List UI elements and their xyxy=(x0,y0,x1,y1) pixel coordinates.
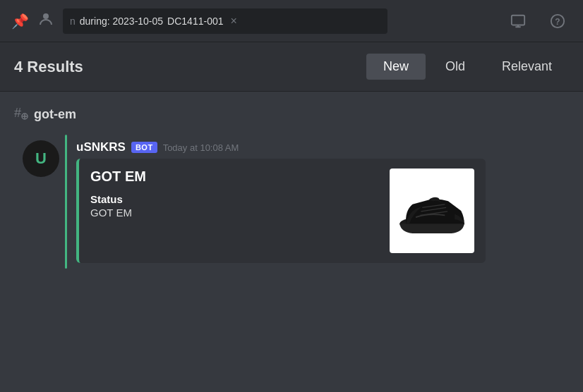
sort-tab-relevant[interactable]: Relevant xyxy=(485,54,569,80)
svg-text:#: # xyxy=(14,106,21,120)
embed-field-name: Status xyxy=(90,193,378,205)
search-prefix: n xyxy=(70,16,76,27)
results-bar: 4 Results New Old Relevant xyxy=(0,42,583,92)
bot-badge: BOT xyxy=(131,142,157,153)
results-count: 4 Results xyxy=(14,58,366,76)
top-bar: 📌 n during: 2023-10-05 DC1411-001 × ? xyxy=(0,0,583,42)
svg-point-0 xyxy=(43,13,49,19)
search-date-tag: during: 2023-10-05 xyxy=(80,16,163,27)
channel-hash-icon: # xyxy=(14,106,28,123)
svg-rect-1 xyxy=(512,15,524,25)
embed-field-value: GOT EM xyxy=(90,207,378,219)
main-content: # got-em U uSNKRS BOT Today at 10:08 AM … xyxy=(0,92,583,269)
username: uSNKRS xyxy=(76,140,126,154)
sort-tab-old[interactable]: Old xyxy=(428,54,482,80)
help-icon[interactable]: ? xyxy=(543,7,572,35)
search-bar[interactable]: n during: 2023-10-05 DC1411-001 × xyxy=(63,8,387,34)
embed-content: GOT EM Status GOT EM xyxy=(90,169,378,219)
search-id-tag: DC1411-001 xyxy=(167,16,223,27)
svg-text:?: ? xyxy=(555,16,560,26)
avatar-letter: U xyxy=(35,149,47,168)
message-container: U uSNKRS BOT Today at 10:08 AM GOT EM St… xyxy=(14,135,569,269)
avatar: U xyxy=(23,140,59,177)
sort-tab-new[interactable]: New xyxy=(366,54,426,80)
user-icon[interactable] xyxy=(37,11,54,31)
search-close-icon[interactable]: × xyxy=(231,15,237,27)
message-body: uSNKRS BOT Today at 10:08 AM GOT EM Stat… xyxy=(71,140,560,263)
message-header: uSNKRS BOT Today at 10:08 AM xyxy=(76,140,560,154)
embed-card: GOT EM Status GOT EM xyxy=(76,159,486,263)
pin-icon[interactable]: 📌 xyxy=(11,13,29,30)
message-timestamp: Today at 10:08 AM xyxy=(163,142,239,153)
channel-header: # got-em xyxy=(14,106,569,123)
embed-title: GOT EM xyxy=(90,169,378,185)
monitor-icon[interactable] xyxy=(504,7,532,35)
embed-image xyxy=(390,169,474,253)
channel-name: got-em xyxy=(34,107,76,122)
sort-tabs: New Old Relevant xyxy=(366,54,569,80)
